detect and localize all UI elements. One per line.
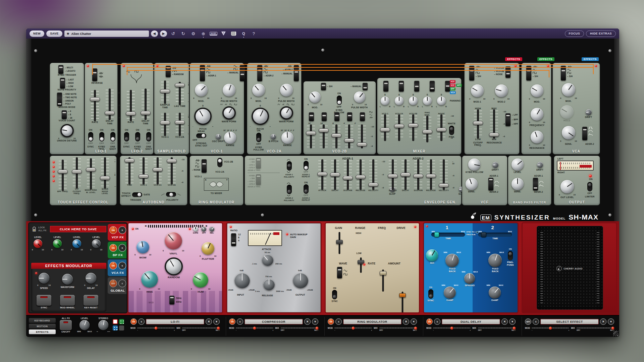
zoom-icon[interactable]: ⊕▾ [199,30,207,37]
adsr1-slider[interactable] [318,161,326,189]
output-knob[interactable] [293,273,308,288]
fx-slot-mix-slider[interactable] [379,327,417,328]
bpf-sens-knob[interactable] [512,178,524,190]
mixer-level-slider[interactable] [423,117,431,141]
save-button[interactable]: SAVE [46,31,62,37]
layout-button-gray[interactable] [119,325,124,330]
vco2a-mod-knob[interactable] [252,84,265,97]
touch-slider[interactable] [101,159,109,187]
vco2b-level-slider[interactable] [320,126,328,147]
adsr1-slider[interactable] [357,161,365,189]
fx-slot-close-button[interactable]: ✕ [304,318,311,325]
fx-level-knob[interactable] [34,239,42,248]
vca-env-shape-switch[interactable] [582,127,587,140]
ringmod-y-source-toggle[interactable] [217,158,222,167]
lfo1-toggle[interactable] [110,132,115,141]
resize-grip[interactable] [613,331,619,336]
fx-bus-solo-button[interactable]: S [118,244,126,252]
bpf-env-select-switch[interactable] [533,178,538,190]
modulator-button[interactable] [37,295,51,306]
lofi-rel-knob[interactable] [209,227,214,232]
touch-slider[interactable] [87,160,95,188]
qwerty-keyboard-icon[interactable] [229,30,237,37]
fx-slot-mix-slider[interactable] [478,327,516,328]
ping-pong-toggle[interactable] [508,251,513,260]
vco2b-mod-knob[interactable] [309,92,321,103]
quick-help-icon[interactable]: Q▾ [239,30,248,37]
noise-color-toggle[interactable] [449,126,454,135]
vco1-range-knob[interactable] [224,132,236,144]
vcf-resonance-slider[interactable] [490,111,498,137]
vco2b-pulse-width-knob[interactable] [354,92,365,103]
lock-icon[interactable] [32,227,37,232]
ratio-switch[interactable] [231,233,236,246]
vco2b-level-slider[interactable] [307,126,315,147]
fx-master-level-knob[interactable] [79,320,90,330]
gain-slider[interactable] [336,232,342,254]
adsr2-slider[interactable] [414,161,422,189]
vco2b-kybd-follow-toggle[interactable] [337,96,342,105]
lfo2-slider[interactable] [142,90,150,119]
fx-slot-select-button[interactable]: ▾ [608,318,614,325]
drive-slider[interactable] [399,292,406,313]
settings-gear-icon[interactable]: ⚙ [189,30,197,37]
autobend-polarity-switch[interactable] [166,192,176,197]
vcf-filter-mode-switch[interactable] [505,113,511,126]
vco2b-pw-source-switch[interactable] [363,83,368,90]
note-priority-switch[interactable] [60,78,65,88]
hide-extras-button[interactable]: HIDE EXTRAS [586,31,616,37]
delay2-time-slider[interactable] [478,233,512,237]
fx-slot-mod-slider[interactable] [236,327,273,328]
fx-slot-solo-button[interactable]: S [533,318,539,325]
vco1-pulse-width-knob[interactable] [223,84,235,97]
vcf-sens-knob[interactable] [466,178,478,190]
adsr1-polarity-toggle[interactable] [287,161,292,171]
spread-knob[interactable] [464,273,475,284]
fx-bus-on-button[interactable]: ON [109,262,117,269]
vca-mod-source-switch[interactable] [561,66,566,80]
adsr2-slider[interactable] [389,161,397,189]
fx-slot-close-button[interactable]: ✕ [501,318,508,325]
adsr1-repeat-toggle[interactable] [304,161,309,170]
mixer-pan-knob[interactable] [409,97,418,105]
focus-button[interactable]: FOCUS [565,31,584,37]
kybd-trigger-switch[interactable] [58,65,63,74]
fx-slot-select-button[interactable]: ▾ [411,318,417,325]
mixer-route-switch[interactable] [414,81,419,92]
sample-hold-slider[interactable] [176,114,184,135]
lofi-hum-knob[interactable] [193,272,208,288]
stereo-width-knob[interactable] [98,320,108,330]
hum-frequency-switch[interactable] [169,296,174,304]
unison-detune-knob[interactable] [60,124,74,137]
ringmod-x-source-switch[interactable] [202,159,207,173]
bpf-mod-source-switch[interactable] [526,66,531,80]
layout-button-blue[interactable] [113,325,118,330]
delay2-damp-knob[interactable] [489,287,501,299]
limiter-toggle[interactable] [587,182,592,191]
lofi-random-knob[interactable] [165,257,183,276]
mixer-route-switch[interactable] [383,81,388,92]
lfo1-toggle[interactable] [99,132,104,141]
bpf-drift-knob[interactable] [537,162,543,168]
fx-slot-title[interactable]: RING MODULATOR [343,319,401,324]
view-tab[interactable]: MOTION [29,324,56,328]
range-switch[interactable] [358,257,364,273]
fx-slot-mix-slider[interactable] [182,327,220,328]
delay1-time-slider[interactable] [431,233,465,237]
vco2b-wave-switch[interactable] [322,112,327,121]
lfo1-slider[interactable] [91,91,99,120]
fx-slot-solo-button[interactable]: S [434,318,440,325]
ringfx-wave-switch[interactable] [337,267,342,278]
modulator-button[interactable] [60,295,75,306]
delay-mix-knob[interactable] [426,249,438,261]
adsr1-slider[interactable] [369,161,377,189]
vca-drift-knob[interactable] [586,109,592,115]
adsr2-polarity-toggle[interactable] [287,185,292,194]
view-tab[interactable]: EFFECTS [29,329,56,334]
lfo1-reverse-switch[interactable] [92,68,97,81]
mixer-level-slider[interactable] [381,116,389,140]
voice-count-switch[interactable] [62,110,67,119]
vco2b-level-slider[interactable] [358,126,366,147]
modulator-knob[interactable] [86,273,96,284]
fx-slot-mix-slider[interactable] [577,327,614,328]
